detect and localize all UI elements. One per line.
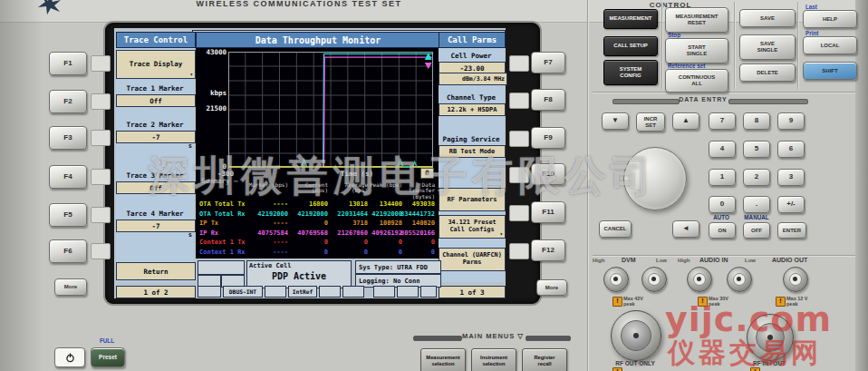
- fkey-f12[interactable]: F12: [531, 239, 565, 261]
- softkey-light-pipe: [509, 243, 529, 259]
- dvm-low-connector[interactable]: [641, 267, 667, 292]
- watermark-site-name: 仪器交易网: [668, 335, 822, 371]
- on-button[interactable]: ON: [709, 222, 736, 239]
- chassis-left-edge: [0, 0, 43, 371]
- trace1-marker-label: Trace 1 Marker: [116, 83, 194, 94]
- fkey-f7[interactable]: F7: [531, 52, 565, 73]
- call-parms-header: Call Parms: [439, 32, 506, 48]
- digit-key-0[interactable]: 0: [709, 196, 736, 213]
- power-button[interactable]: [54, 347, 85, 367]
- off-button[interactable]: OFF: [743, 222, 770, 239]
- fkey-f11[interactable]: F11: [531, 201, 565, 223]
- print-shift-label: Print: [805, 30, 818, 36]
- summary-cell: 22031464: [326, 210, 368, 218]
- start-single-button[interactable]: START SINGLE: [665, 38, 728, 63]
- paging-service-label: Paging Service: [439, 133, 504, 145]
- softkey-trace4-marker[interactable]: -7: [116, 220, 196, 232]
- register-recall-button[interactable]: Register recall: [522, 348, 567, 371]
- softkey-trace1-marker[interactable]: Off: [116, 94, 196, 107]
- last-shift-label: Last: [805, 4, 817, 10]
- save-single-button[interactable]: SAVE SINGLE: [739, 34, 796, 60]
- trace-menu-page-indicator: 1 of 2: [116, 286, 196, 298]
- more-button-left[interactable]: More: [54, 278, 87, 296]
- digit-key-3[interactable]: 3: [777, 169, 805, 186]
- digit-key-7[interactable]: 7: [709, 112, 736, 130]
- fkey-f9[interactable]: F9: [531, 127, 565, 149]
- summary-row-label: OTA Total Rx: [199, 210, 248, 218]
- fkey-f8[interactable]: F8: [531, 89, 565, 111]
- digit-key-2[interactable]: 2: [743, 169, 770, 186]
- trace4-marker-label: Tarce 4 Marker: [116, 208, 194, 220]
- cell-power-unit: dBm/3.84 MHz: [439, 73, 507, 85]
- dvm-high-connector[interactable]: [603, 267, 629, 292]
- help-button[interactable]: HELP: [803, 10, 857, 28]
- enter-button[interactable]: ENTER: [777, 222, 806, 239]
- digit-key-8[interactable]: 8: [743, 112, 770, 130]
- continuous-all-button[interactable]: CONTINUOUS ALL: [665, 69, 728, 93]
- digit-key-+/-[interactable]: +/-: [777, 196, 805, 213]
- incr-set-key[interactable]: INCR SET: [636, 112, 665, 132]
- chevron-down-icon: ▾: [499, 231, 503, 237]
- softkey-channel-parms[interactable]: Channel (UARFCN) Parms: [439, 248, 506, 271]
- fkey-f2[interactable]: F2: [49, 90, 87, 113]
- preset-button[interactable]: Preset: [91, 347, 125, 367]
- local-button[interactable]: LOCAL: [803, 36, 857, 54]
- summary-cell: ----: [248, 249, 288, 256]
- fkey-f5[interactable]: F5: [49, 203, 87, 227]
- footer-box: [319, 286, 341, 298]
- softkey-light-pipe: [91, 207, 111, 223]
- softkey-return[interactable]: Return: [116, 262, 196, 280]
- digit-key-.[interactable]: .: [743, 196, 770, 213]
- y-axis-unit: kbps: [198, 89, 227, 97]
- section-rule: [728, 99, 808, 104]
- softkey-preset-call-configs[interactable]: 34.121 Preset Call Configs ▾: [439, 215, 506, 239]
- section-rule: [612, 99, 680, 104]
- digit-key-1[interactable]: 1: [709, 169, 736, 186]
- digit-key-6[interactable]: 6: [777, 141, 805, 158]
- call-parms-title: Call Parms: [448, 35, 497, 44]
- summary-cell: 3718: [326, 220, 368, 227]
- cell-power-label: Cell Power: [439, 50, 504, 62]
- dvm-low-label: Low: [656, 258, 667, 263]
- measurement-reset-button[interactable]: MEASUREMENT RESET: [665, 7, 728, 33]
- shift-button[interactable]: SHIFT: [803, 62, 857, 80]
- audio-out-connector[interactable]: [783, 267, 808, 292]
- softkey-light-pipe: [91, 93, 111, 110]
- device-title: WIRELESS COMMUNICATIONS TEST SET: [118, 0, 480, 8]
- softkey-trace-display[interactable]: Trace Display ▾: [116, 50, 196, 79]
- active-cell-label: Active Cell: [249, 262, 291, 269]
- watermark-site: yijc.com: [665, 299, 832, 339]
- fkey-f4[interactable]: F4: [49, 165, 87, 189]
- measurement-button[interactable]: MEASUREMENT: [603, 9, 658, 29]
- chassis-right-edge: [855, 0, 868, 371]
- call-setup-button[interactable]: CALL SETUP: [603, 36, 658, 56]
- digit-key-9[interactable]: 9: [777, 112, 805, 130]
- summary-cell: 0: [397, 249, 435, 256]
- audio-in-high-connector[interactable]: [687, 267, 712, 292]
- cancel-button[interactable]: CANCEL: [599, 220, 632, 238]
- fkey-f6[interactable]: F6: [49, 239, 87, 263]
- backspace-key[interactable]: ◄: [672, 220, 699, 238]
- up-arrow-key[interactable]: ▲: [672, 112, 699, 130]
- digit-key-5[interactable]: 5: [743, 141, 770, 158]
- fkey-f1[interactable]: F1: [49, 52, 87, 75]
- system-config-button[interactable]: SYSTEM CONFIG: [603, 60, 658, 85]
- delete-button[interactable]: DELETE: [739, 63, 796, 82]
- softkey-trace2-marker[interactable]: -7: [116, 131, 196, 143]
- fkey-f3[interactable]: F3: [49, 126, 87, 150]
- instrument-selection-button[interactable]: Instrument selection: [471, 348, 516, 371]
- data-entry-section-label: DATA ENTRY: [678, 96, 728, 103]
- rf-out-connector[interactable]: [611, 310, 661, 361]
- more-button-right[interactable]: More: [536, 279, 567, 296]
- summary-cell: ----: [248, 239, 288, 246]
- section-rule: [413, 336, 462, 341]
- footer-intref: IntRef: [288, 286, 317, 298]
- footer-box: [373, 286, 395, 298]
- measurement-selection-button[interactable]: Measurement selection: [420, 348, 466, 371]
- audio-in-low-connector[interactable]: [727, 267, 752, 292]
- summary-cell: 0: [286, 239, 328, 246]
- down-arrow-key[interactable]: ▼: [602, 112, 629, 130]
- softkey-channel-type[interactable]: 12.2k + HSDPA: [439, 103, 506, 116]
- digit-key-4[interactable]: 4: [709, 141, 736, 158]
- save-button[interactable]: SAVE: [739, 9, 796, 27]
